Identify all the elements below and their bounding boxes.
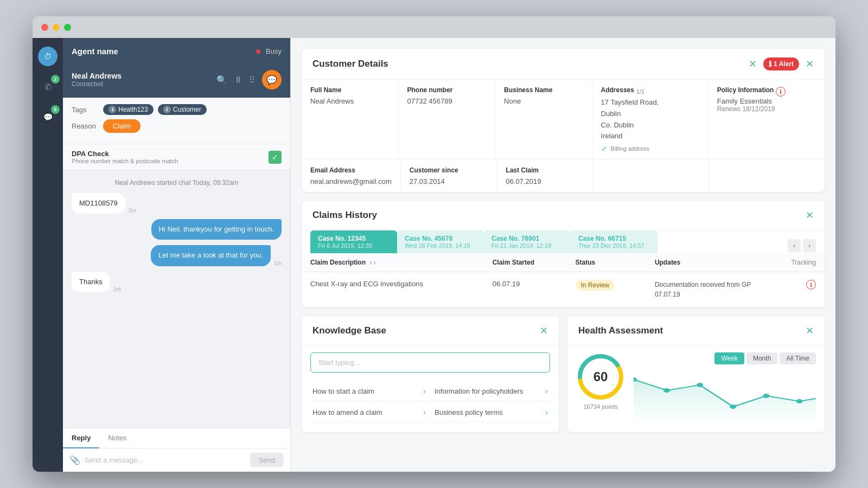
chat-header: Agent name Busy [63,38,290,65]
claims-close-icon[interactable]: ✕ [806,209,814,221]
week-tab[interactable]: Week [714,352,744,364]
home-nav-icon[interactable]: ⏱ [38,47,58,66]
customer-row1: Full Name Neal Andrews Phone number 0773… [302,80,825,160]
tag-health123[interactable]: ℹ Health123 [103,104,154,115]
desc-sort-left[interactable]: ‹ [369,259,372,266]
kb-close-icon[interactable]: ✕ [540,325,548,337]
customer-close-right[interactable]: ✕ [806,58,814,70]
message-time2: 1m [274,260,282,266]
col-status: Status [567,253,646,272]
case-tabs-row: Case No. 12345 Fri 6 Jul 2019, 12:35 Cas… [302,230,825,253]
svg-point-7 [763,394,769,398]
update-info-icon[interactable]: ℹ [806,280,816,290]
svg-point-5 [697,383,703,387]
reason-button[interactable]: Claim [103,119,141,133]
dpa-check-icon: ✓ [269,151,282,164]
maximize-button[interactable] [64,24,71,31]
input-row: 📎 Send [63,448,290,472]
policy-cell: Policy Information ℹ Family Essentials R… [709,80,825,159]
kb-row-1: How to amend a claim › Business policy t… [310,402,550,422]
kb-header: Knowledge Base ✕ [302,316,559,346]
chat-input-area: Reply Notes 📎 Send [63,428,290,472]
case-tab-3[interactable]: Case No. 66715 Thur 23 Dec 2018, 14:57 [571,230,658,253]
full-name-cell: Full Name Neal Andrews [302,80,399,159]
case-tab-2[interactable]: Case No. 78901 Fri 21 Jan 2019, 12:18 [484,230,571,253]
alert-badge[interactable]: ℹ 1 Alert [763,57,799,70]
chat-system-message: Neal Andrews started chat Today, 09:32am [72,179,282,187]
svg-point-8 [796,399,802,403]
message-bubble: MD1108579 [72,193,125,214]
notes-tab[interactable]: Notes [99,428,135,448]
message-md1108579: MD1108579 2m [72,193,282,214]
case-prev-button[interactable]: ‹ [788,239,801,252]
status-text: Busy [266,47,282,55]
message-time3: 1m [113,286,121,292]
close-button[interactable] [41,24,48,31]
grid-icon[interactable]: ⠿ [249,75,256,85]
desc-sort-right[interactable]: › [374,259,376,266]
bottom-row: Knowledge Base ✕ How to start a claim › … [302,316,825,432]
claims-table-body: Chest X-ray and ECG investigations 06.07… [302,272,825,307]
phone-nav-icon[interactable]: ✆ 2 [38,77,58,97]
claim-started: 06.07.19 [484,272,567,307]
case-tab-1[interactable]: Case No. 45678 Wed 18 Feb 2019, 14:18 [397,230,484,253]
kb-link-business-policy[interactable]: Business policy terms › [432,402,550,422]
tag-customer[interactable]: ℹ Customer [158,104,207,115]
gauge-chart: 60 [576,352,625,401]
kb-link-amend-claim[interactable]: How to amend a claim › [310,402,428,422]
kb-search-input[interactable] [310,352,550,373]
kb-arrow-icon4: › [545,408,548,416]
health-chart-area: Week Month All Time [634,352,816,425]
tag-icon2: ℹ [163,106,171,113]
message-bubble-sent: Hi Neil, thankyou for getting in touch. [151,219,282,240]
col-updates: Updates Tracking [646,253,825,272]
minimize-button[interactable] [53,24,60,31]
policy-info-icon[interactable]: ℹ [776,87,786,97]
addresses-cell: Addresses 1/1 17 Taysfield Road,DublinCo… [592,80,709,159]
case-tab-0[interactable]: Case No. 12345 Fri 6 Jul 2019, 12:35 [310,230,397,253]
alltime-tab[interactable]: All Time [780,352,816,364]
reason-row: Reason Claim [72,119,282,133]
customer-details-header: Customer Details ✕ ℹ 1 Alert ✕ [302,49,825,80]
chat-messages: Neal Andrews started chat Today, 09:32am… [63,170,290,428]
svg-point-6 [730,404,736,409]
tag-icon: ℹ [108,106,116,113]
month-tab[interactable]: Month [746,352,777,364]
input-tabs: Reply Notes [63,428,290,448]
claim-row-0: Chest X-ray and ECG investigations 06.07… [302,272,825,307]
kb-arrow-icon3: › [423,408,426,416]
app-body: ⏱ ✆ 2 💬 5 Agent name Busy Nea [33,38,835,472]
claim-status: In Review [567,272,646,307]
tags-label: Tags [72,106,99,114]
pause-icon[interactable]: ⏸ [234,75,242,85]
billing-label: Billing address [611,145,650,152]
kb-link-policyholders[interactable]: Information for policyholders › [432,381,550,401]
contact-info: Neal Andrews Connected [72,72,122,88]
col-description: Claim Description ‹ › [302,253,484,272]
ha-header: Health Assessment ✕ [567,316,825,346]
contact-name: Neal Andrews [72,72,122,80]
gauge-container: 60 16734 points [576,352,625,410]
dpa-subtitle: Phone number match & postcode match [72,158,178,164]
header-icons: 🔍 ⏸ ⠿ 💬 [216,70,282,89]
message-input[interactable] [85,456,246,464]
customer-since-cell: Customer since 27.03.2014 [401,160,497,192]
claim-description: Chest X-ray and ECG investigations [302,272,484,307]
kb-link-start-claim[interactable]: How to start a claim › [310,381,428,401]
attachment-icon[interactable]: 📎 [69,455,80,465]
ha-close-icon[interactable]: ✕ [806,325,814,337]
send-button[interactable]: Send [250,453,284,467]
messages-nav-icon[interactable]: 💬 5 [38,107,58,127]
kb-row-0: How to start a claim › Information for p… [310,381,550,401]
customer-details-body: Full Name Neal Andrews Phone number 0773… [302,80,825,192]
svg-point-4 [663,388,670,393]
message-thanks: Thanks 1m [72,272,282,292]
search-icon[interactable]: 🔍 [216,75,227,85]
messages-badge: 5 [51,105,60,114]
contact-status: Connected [72,80,122,88]
chat-action-button[interactable]: 💬 [262,70,282,89]
reply-tab[interactable]: Reply [63,428,99,448]
case-next-button[interactable]: › [803,239,816,252]
customer-close-left[interactable]: ✕ [749,58,757,70]
message-bubble-received2: Thanks [72,272,110,292]
